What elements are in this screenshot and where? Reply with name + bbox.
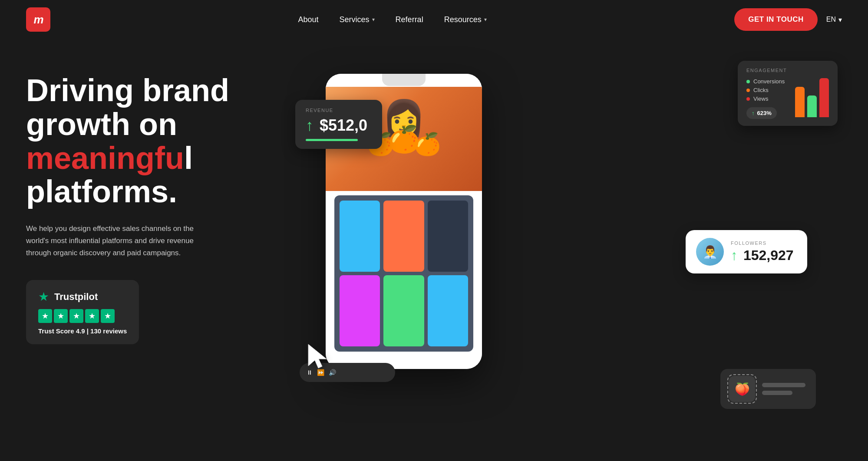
nav-services-label: Services [340,15,370,24]
star-5: ★ [101,309,115,323]
revenue-label: REVENUE [306,108,372,113]
conversions-label: Conversions [753,78,785,85]
trust-reviews: 130 [90,327,101,335]
followers-up-icon: ↑ [731,247,738,263]
badge-up-icon: ↑ [752,110,755,116]
grid-block-1 [340,201,380,272]
cursor-icon [304,342,330,372]
revenue-up-icon: ↑ [306,116,314,134]
clicks-dot [746,89,750,92]
followers-count: ↑ 152,927 [731,247,794,263]
followers-label: FOLLOWERS [731,240,794,246]
hero-title-line4: platforms. [26,174,177,209]
nav-right: GET IN TOUCH EN ▾ [734,8,842,31]
trustpilot-star-icon: ★ [38,290,49,304]
design-icon: 🍑 [729,376,755,402]
hero-right: REVENUE ↑ $512,0 ENGAGEMENT Conversions … [269,48,842,461]
followers-number: 152,927 [743,247,794,263]
grid-block-6 [428,275,468,346]
revenue-bar [306,139,358,141]
grid-block-4 [340,275,380,346]
followers-info: FOLLOWERS ↑ 152,927 [731,240,794,263]
trustpilot-widget: ★ Trustpilot ★ ★ ★ ★ ★ Trust Score 4.9 |… [26,280,139,344]
trustpilot-brand: Trustpilot [54,291,98,303]
hero-left: Driving brand growth on meaningful platf… [26,48,269,344]
revenue-value: ↑ $512,0 [306,116,372,135]
grid-block-3 [428,201,468,272]
cursor-graphic [304,342,330,374]
lang-label: EN [826,16,836,23]
conversions-dot [746,80,750,83]
fruit-icon: 🍑 [735,382,750,396]
hero-title-line1: Driving brand [26,73,229,108]
hero-description: We help you design effective sales chann… [26,223,208,259]
star-2: ★ [54,309,68,323]
engagement-badge: ↑ 623% [746,107,777,119]
revenue-card: REVENUE ↑ $512,0 [295,100,382,149]
design-line-1 [762,383,805,387]
chevron-down-icon: ▾ [838,16,842,24]
views-dot [746,97,750,101]
nav-resources[interactable]: Resources ▾ [444,15,487,24]
navbar: m About Services ▾ Referral Resources ▾ … [0,0,868,39]
logo[interactable]: m [26,7,50,32]
grid-block-5 [383,275,424,346]
avatar: 👨‍💼 [696,238,724,266]
trustpilot-score: Trust Score 4.9 | 130 reviews [38,327,127,335]
bar-2 [807,95,817,117]
design-card: 🍑 [720,369,816,409]
nav-referral[interactable]: Referral [396,15,423,24]
followers-card: 👨‍💼 FOLLOWERS ↑ 152,927 [686,230,807,273]
engagement-card: ENGAGEMENT Conversions Clicks Views ↑ 62… [738,61,838,126]
design-lines [762,383,805,395]
svg-marker-0 [308,344,327,368]
nav-services[interactable]: Services ▾ [340,15,375,24]
bar-1 [795,87,805,117]
hero-title-highlight: meaningfu [26,141,184,175]
design-line-2 [762,391,792,395]
hero-section: Driving brand growth on meaningful platf… [0,39,868,461]
trustpilot-stars: ★ ★ ★ ★ ★ [38,309,127,323]
badge-value: 623% [757,110,772,116]
chevron-down-icon: ▾ [484,16,487,23]
phone-notch [382,74,426,86]
bar-3 [819,78,829,117]
engagement-label: ENGAGEMENT [746,68,829,73]
hero-title-l: l [184,141,193,175]
clicks-label: Clicks [753,87,769,93]
nav-links: About Services ▾ Referral Resources ▾ [298,15,487,24]
trust-score-label: Trust Score [38,327,74,335]
chevron-down-icon: ▾ [372,16,375,23]
language-selector[interactable]: EN ▾ [826,16,842,24]
trust-reviews-word: reviews [103,327,127,335]
trustpilot-header: ★ Trustpilot [38,290,127,304]
hero-title: Driving brand growth on meaningful platf… [26,74,269,209]
hero-title-line2: growth on [26,107,177,142]
views-label: Views [753,95,768,102]
trust-score-number: 4.9 [76,327,85,335]
star-1: ★ [38,309,52,323]
star-4: ★ [85,309,99,323]
grid-block-2 [383,201,424,272]
nav-about[interactable]: About [298,15,319,24]
nav-resources-label: Resources [444,15,482,24]
engagement-bar-chart [795,78,829,117]
star-3: ★ [69,309,83,323]
trust-separator: | [87,327,90,335]
logo-letter: m [33,13,43,26]
logo-box: m [26,7,50,32]
cta-button[interactable]: GET IN TOUCH [734,8,818,31]
revenue-number: $512,0 [320,116,367,134]
phone-grid [334,195,473,352]
